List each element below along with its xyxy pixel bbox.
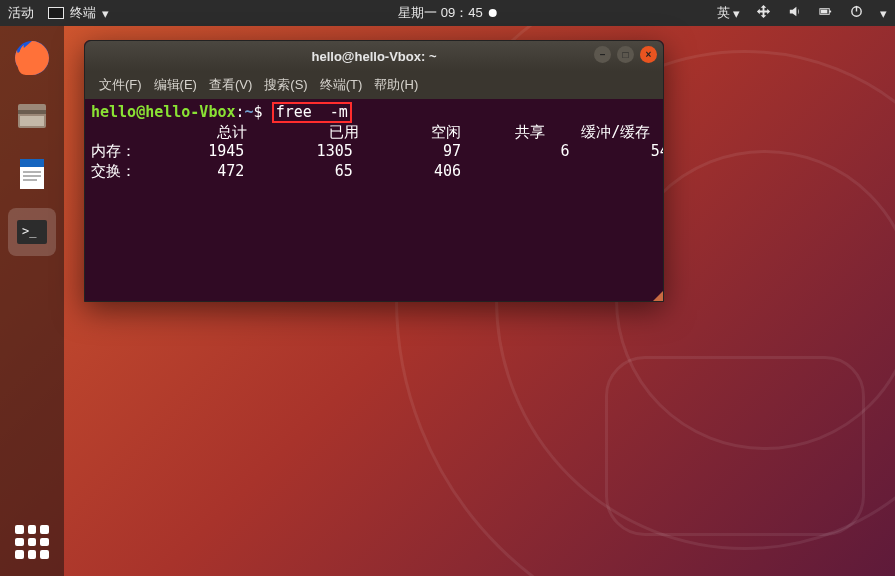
close-button[interactable]: × (640, 46, 657, 63)
svg-text:>_: >_ (22, 224, 37, 238)
output-header: 总计 已用 空闲 共享 缓冲/缓存 可用 (91, 123, 663, 141)
minimize-button[interactable]: – (594, 46, 611, 63)
dock-item-files[interactable] (8, 92, 56, 140)
battery-icon[interactable] (818, 4, 833, 22)
top-panel: 活动 终端 ▾ 星期一 09：45 英 ▾ ▾ (0, 0, 895, 26)
svg-rect-2 (821, 10, 828, 14)
app-menu[interactable]: 终端 ▾ (48, 4, 109, 22)
svg-rect-1 (829, 11, 831, 13)
ime-indicator[interactable]: 英 ▾ (717, 4, 740, 22)
files-icon (12, 96, 52, 136)
svg-rect-8 (20, 116, 44, 126)
apps-icon (15, 525, 49, 559)
dock-item-apps[interactable] (8, 518, 56, 566)
ime-label: 英 (717, 4, 730, 22)
menu-view[interactable]: 查看(V) (205, 74, 256, 96)
menu-edit[interactable]: 编辑(E) (150, 74, 201, 96)
firefox-icon (12, 38, 52, 78)
menubar: 文件(F) 编辑(E) 查看(V) 搜索(S) 终端(T) 帮助(H) (85, 71, 663, 99)
prompt-sep: : (236, 103, 245, 121)
writer-icon (12, 154, 52, 194)
titlebar[interactable]: hello@hello-Vbox: ~ – □ × (85, 41, 663, 71)
dock-item-writer[interactable] (8, 150, 56, 198)
menu-search[interactable]: 搜索(S) (260, 74, 311, 96)
dock-item-firefox[interactable] (8, 34, 56, 82)
chevron-down-icon: ▾ (733, 6, 740, 21)
terminal-window: hello@hello-Vbox: ~ – □ × 文件(F) 编辑(E) 查看… (84, 40, 664, 302)
terminal-icon (48, 7, 64, 19)
output-mem: 内存： 1945 1305 97 6 543 475 (91, 142, 663, 160)
menu-terminal[interactable]: 终端(T) (316, 74, 367, 96)
wallpaper-deco (605, 356, 865, 536)
terminal-icon: >_ (12, 212, 52, 252)
chevron-down-icon[interactable]: ▾ (880, 6, 887, 21)
prompt-dollar: $ (254, 103, 263, 121)
notification-dot-icon (489, 9, 497, 17)
sound-icon[interactable] (787, 4, 802, 22)
window-title: hello@hello-Vbox: ~ (312, 49, 437, 64)
dock: >_ (0, 26, 64, 576)
app-menu-label: 终端 (70, 4, 96, 22)
clock[interactable]: 星期一 09：45 (398, 4, 497, 22)
resize-handle[interactable] (650, 288, 664, 302)
maximize-button[interactable]: □ (617, 46, 634, 63)
clock-label: 星期一 09：45 (398, 4, 483, 22)
svg-rect-7 (18, 110, 46, 114)
command-highlight: free -m (272, 102, 352, 123)
menu-file[interactable]: 文件(F) (95, 74, 146, 96)
svg-rect-10 (20, 159, 44, 167)
chevron-down-icon: ▾ (102, 6, 109, 21)
network-icon[interactable] (756, 4, 771, 22)
activities-button[interactable]: 活动 (8, 4, 34, 22)
terminal-body[interactable]: hello@hello-Vbox:~$ free -m 总计 已用 空闲 共享 … (85, 99, 663, 301)
prompt-path: ~ (245, 103, 254, 121)
prompt-user: hello@hello-Vbox (91, 103, 236, 121)
power-icon[interactable] (849, 4, 864, 22)
output-swap: 交换： 472 65 406 (91, 162, 461, 180)
menu-help[interactable]: 帮助(H) (370, 74, 422, 96)
dock-item-terminal[interactable]: >_ (8, 208, 56, 256)
